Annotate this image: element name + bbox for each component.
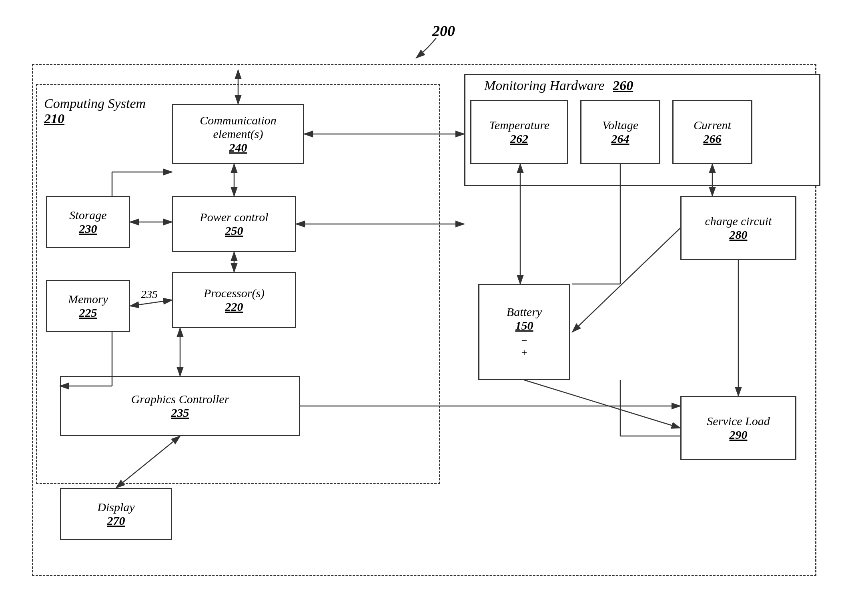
- monitoring-hardware-title: Monitoring Hardware 260: [484, 78, 633, 93]
- communication-box: Communication element(s) 240: [172, 104, 304, 164]
- computing-system-label: Computing System 210: [44, 96, 146, 126]
- battery-box: Battery 150 − +: [478, 284, 570, 380]
- processor-box: Processor(s) 220: [172, 272, 296, 328]
- current-box: Current 266: [672, 100, 752, 164]
- diagram: 200 Computing System 210 Monitoring Hard…: [0, 0, 850, 616]
- graphics-controller-box: Graphics Controller 235: [60, 376, 300, 436]
- voltage-box: Voltage 264: [580, 100, 660, 164]
- diagram-title: 200: [432, 22, 455, 40]
- service-load-box: Service Load 290: [680, 396, 796, 460]
- temperature-box: Temperature 262: [470, 100, 568, 164]
- storage-box: Storage 230: [46, 196, 130, 248]
- display-box: Display 270: [60, 488, 172, 540]
- power-control-box: Power control 250: [172, 196, 296, 252]
- charge-circuit-box: charge circuit 280: [680, 196, 796, 260]
- memory-box: Memory 225: [46, 280, 130, 332]
- arrow-label-235: 235: [141, 288, 158, 301]
